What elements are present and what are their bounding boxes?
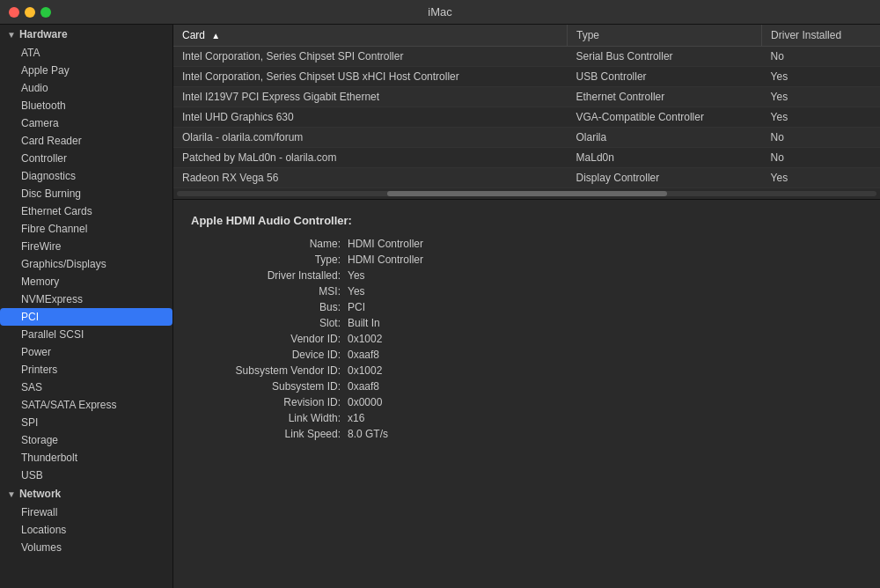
sidebar-group-network[interactable]: ▼ Network (0, 484, 172, 503)
detail-value: x16 (348, 412, 862, 424)
network-items-list: FirewallLocationsVolumes (0, 503, 172, 556)
hardware-group-label: Hardware (19, 28, 68, 40)
cell-type: Olarila (568, 128, 762, 148)
sidebar-item-spi[interactable]: SPI (0, 414, 172, 431)
detail-label: Subsystem ID: (191, 380, 341, 393)
traffic-lights (9, 7, 51, 18)
detail-value: Yes (348, 285, 862, 298)
sidebar-item-apple-pay[interactable]: Apple Pay (0, 62, 172, 79)
cell-driver: Yes (762, 67, 880, 87)
main-container: ▼ Hardware ATAApple PayAudioBluetoothCam… (0, 25, 880, 588)
cell-card: Intel Corporation, Series Chipset SPI Co… (173, 47, 568, 67)
sidebar-item-thunderbolt[interactable]: Thunderbolt (0, 449, 172, 467)
detail-area: Apple HDMI Audio Controller: Name:HDMI C… (173, 200, 880, 588)
detail-value: Yes (348, 269, 862, 282)
col-type[interactable]: Type (568, 25, 762, 47)
detail-label: Revision ID: (191, 396, 341, 408)
detail-value: Built In (348, 317, 862, 329)
cell-type: Ethernet Controller (568, 87, 762, 107)
detail-label: Link Width: (191, 412, 341, 424)
sidebar: ▼ Hardware ATAApple PayAudioBluetoothCam… (0, 25, 173, 588)
col-driver[interactable]: Driver Installed (762, 25, 880, 47)
sidebar-group-hardware[interactable]: ▼ Hardware (0, 25, 172, 44)
network-arrow-icon: ▼ (7, 489, 16, 499)
cell-driver: Yes (762, 107, 880, 128)
detail-title: Apple HDMI Audio Controller: (191, 214, 862, 227)
table-row[interactable]: Intel Corporation, Series Chipset USB xH… (173, 67, 880, 87)
detail-label: Driver Installed: (191, 269, 341, 282)
table-row[interactable]: Intel Corporation, Series Chipset SPI Co… (173, 47, 880, 67)
sidebar-item-disc-burning[interactable]: Disc Burning (0, 185, 172, 202)
hardware-arrow-icon: ▼ (7, 30, 16, 40)
cell-type: USB Controller (568, 67, 762, 87)
minimize-button[interactable] (25, 7, 35, 18)
sidebar-item-ata[interactable]: ATA (0, 44, 172, 62)
scroll-thumb (387, 191, 667, 196)
sidebar-item-pci[interactable]: PCI (0, 308, 172, 326)
table-row[interactable]: Patched by MaLd0n - olarila.comMaLd0nNo (173, 148, 880, 168)
hardware-items-list: ATAApple PayAudioBluetoothCameraCard Rea… (0, 44, 172, 484)
detail-label: Subsystem Vendor ID: (191, 364, 341, 377)
table-area: Card ▲ Type Driver Installed Intel Corpo… (173, 25, 880, 200)
cell-card: Olarila - olarila.com/forum (173, 128, 568, 148)
sidebar-item-sata-express[interactable]: SATA/SATA Express (0, 396, 172, 414)
table-row[interactable]: Olarila - olarila.com/forumOlarilaNo (173, 128, 880, 148)
cell-type: Display Controller (568, 168, 762, 188)
detail-label: Name: (191, 238, 341, 250)
detail-value: 0x1002 (348, 333, 862, 345)
sidebar-item-fibre-channel[interactable]: Fibre Channel (0, 220, 172, 238)
table-row[interactable]: Radeon RX Vega 56Display ControllerYes (173, 168, 880, 188)
title-bar: iMac (0, 0, 880, 25)
sidebar-item-controller[interactable]: Controller (0, 150, 172, 167)
table-header-row: Card ▲ Type Driver Installed (173, 25, 880, 47)
sidebar-item-usb[interactable]: USB (0, 467, 172, 484)
detail-value: 0x1002 (348, 364, 862, 377)
sidebar-item-graphics-displays[interactable]: Graphics/Displays (0, 255, 172, 273)
cell-driver: Yes (762, 168, 880, 188)
cell-driver: No (762, 148, 880, 168)
cell-card: Radeon RX Vega 56 (173, 168, 568, 188)
sidebar-item-volumes[interactable]: Volumes (0, 539, 172, 556)
sidebar-item-bluetooth[interactable]: Bluetooth (0, 97, 172, 114)
table-row[interactable]: Intel I219V7 PCI Express Gigabit Etherne… (173, 87, 880, 107)
sidebar-item-audio[interactable]: Audio (0, 79, 172, 97)
sidebar-item-parallel-scsi[interactable]: Parallel SCSI (0, 326, 172, 343)
cell-card: Intel I219V7 PCI Express Gigabit Etherne… (173, 87, 568, 107)
cell-type: MaLd0n (568, 148, 762, 168)
detail-value: 0x0000 (348, 396, 862, 408)
sidebar-item-power[interactable]: Power (0, 343, 172, 361)
sidebar-item-memory[interactable]: Memory (0, 273, 172, 290)
horizontal-scrollbar[interactable] (173, 188, 880, 199)
sidebar-item-card-reader[interactable]: Card Reader (0, 132, 172, 150)
detail-value: 0xaaf8 (348, 380, 862, 393)
pci-table: Card ▲ Type Driver Installed Intel Corpo… (173, 25, 880, 188)
detail-label: Link Speed: (191, 428, 341, 440)
maximize-button[interactable] (40, 7, 51, 18)
sidebar-item-firewall[interactable]: Firewall (0, 503, 172, 521)
detail-value: 8.0 GT/s (348, 428, 862, 440)
cell-type: VGA-Compatible Controller (568, 107, 762, 128)
sidebar-item-locations[interactable]: Locations (0, 521, 172, 539)
cell-driver: Yes (762, 87, 880, 107)
scroll-track (177, 191, 876, 196)
table-row[interactable]: Intel UHD Graphics 630VGA-Compatible Con… (173, 107, 880, 128)
sidebar-item-firewire[interactable]: FireWire (0, 238, 172, 255)
sidebar-item-sas[interactable]: SAS (0, 379, 172, 396)
detail-value: PCI (348, 301, 862, 313)
cell-card: Intel Corporation, Series Chipset USB xH… (173, 67, 568, 87)
window-title: iMac (428, 5, 451, 18)
cell-type: Serial Bus Controller (568, 47, 762, 67)
sidebar-item-storage[interactable]: Storage (0, 431, 172, 449)
sidebar-item-printers[interactable]: Printers (0, 361, 172, 379)
network-group-label: Network (19, 488, 61, 500)
sidebar-item-camera[interactable]: Camera (0, 114, 172, 132)
table-scroll[interactable]: Card ▲ Type Driver Installed Intel Corpo… (173, 25, 880, 188)
detail-label: Type: (191, 254, 341, 266)
col-card[interactable]: Card ▲ (173, 25, 568, 47)
cell-driver: No (762, 128, 880, 148)
detail-value: HDMI Controller (348, 254, 862, 266)
close-button[interactable] (9, 7, 19, 18)
sidebar-item-ethernet-cards[interactable]: Ethernet Cards (0, 202, 172, 220)
sidebar-item-diagnostics[interactable]: Diagnostics (0, 167, 172, 185)
sidebar-item-nvmexpress[interactable]: NVMExpress (0, 290, 172, 308)
